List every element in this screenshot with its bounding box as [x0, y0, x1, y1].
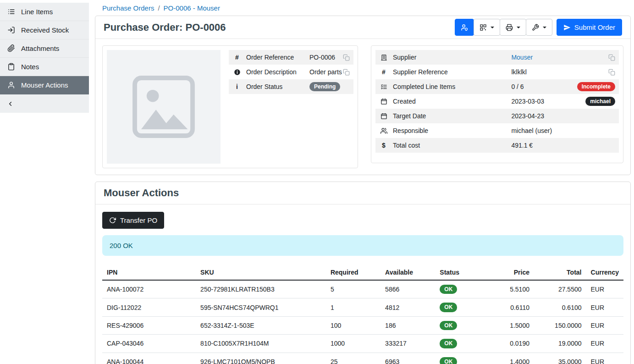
cell-price: 1.5000 — [482, 316, 534, 334]
transfer-po-button[interactable]: Transfer PO — [102, 212, 164, 229]
cell-total: 35.0000 — [534, 353, 586, 364]
detail-row-order-description: Order Description Order parts — [229, 65, 353, 79]
cell-sku: 595-SN74HCS74QPWRQ1 — [196, 298, 326, 316]
cell-status: OK — [435, 335, 482, 353]
table-row: CAP-043046 810-C1005X7R1H104M 1000 33321… — [102, 335, 623, 353]
ok-badge: OK — [440, 303, 457, 312]
submit-order-button[interactable]: Submit Order — [557, 19, 622, 36]
detail-label: Order Description — [246, 68, 309, 76]
toolbar-button-group — [455, 19, 552, 36]
detail-row-created: Created 2023-03-03 michael — [375, 94, 619, 109]
supplier-link[interactable]: Mouser — [511, 54, 533, 61]
cell-available: 4812 — [380, 298, 435, 316]
order-image-placeholder[interactable] — [107, 50, 221, 164]
cell-required: 1000 — [326, 335, 380, 353]
status-alert: 200 OK — [102, 235, 623, 256]
sidebar-item-attachments[interactable]: Attachments — [0, 39, 89, 58]
cell-sku: 810-C1005X7R1H104M — [196, 335, 326, 353]
hash-icon: # — [379, 68, 388, 76]
list-icon — [7, 8, 15, 16]
cell-sku: 250-72981KLRATR150B3 — [196, 280, 326, 298]
copy-icon[interactable] — [343, 54, 350, 61]
table-row: ANA-100044 926-LMC7101QM5/NOPB 25 6963 O… — [102, 353, 623, 364]
ok-badge: OK — [440, 321, 457, 330]
copy-icon[interactable] — [343, 69, 350, 76]
detail-row-completed-line-items: Completed Line Items 0 / 6 Incomplete — [375, 79, 619, 94]
detail-value: 491.1 € — [511, 142, 533, 149]
cell-ipn: ANA-100044 — [102, 353, 196, 364]
col-header-currency[interactable]: Currency — [586, 265, 623, 280]
col-header-available[interactable]: Available — [380, 265, 435, 280]
incomplete-badge: Incomplete — [577, 82, 615, 91]
cell-required: 5 — [326, 280, 380, 298]
refresh-icon — [109, 217, 116, 224]
detail-row-total-cost: $ Total cost 491.1 € — [375, 138, 619, 153]
table-header-row: IPN SKU Required Available Status Price … — [102, 265, 623, 280]
col-header-total[interactable]: Total — [534, 265, 586, 280]
sidebar: Line Items Received Stock Attachments No… — [0, 0, 89, 364]
list-check-icon — [379, 83, 388, 90]
table-row: RES-429006 652-3314Z-1-503E 100 186 OK 1… — [102, 316, 623, 334]
send-icon — [563, 24, 571, 31]
cell-total: 0.6100 — [534, 298, 586, 316]
user-roles-button[interactable] — [455, 19, 474, 36]
copy-icon[interactable] — [608, 69, 615, 76]
sidebar-item-mouser-actions[interactable]: Mouser Actions — [0, 76, 89, 94]
barcode-actions-button[interactable] — [474, 19, 500, 36]
qrcode-icon — [480, 24, 487, 31]
submit-order-label: Submit Order — [574, 23, 615, 31]
detail-value: PO-0006 — [309, 54, 335, 61]
detail-row-supplier: Supplier Mouser — [375, 50, 619, 65]
detail-label: Created — [393, 98, 511, 105]
purchase-order-panel: Purchase Order: PO-0006 — [95, 16, 631, 175]
cell-ipn: RES-429006 — [102, 316, 196, 334]
breadcrumb-link-purchase-orders[interactable]: Purchase Orders — [102, 4, 154, 12]
detail-value: 2023-04-23 — [511, 112, 544, 120]
copy-icon[interactable] — [608, 54, 615, 61]
detail-value: 0 / 6 — [511, 83, 524, 90]
col-header-sku[interactable]: SKU — [196, 265, 326, 280]
user-shield-icon — [461, 24, 468, 31]
breadcrumb: Purchase Orders/PO-0006 - Mouser — [95, 0, 631, 16]
cell-currency: EUR — [586, 316, 623, 334]
print-actions-button[interactable] — [500, 19, 526, 36]
sidebar-item-line-items[interactable]: Line Items — [0, 3, 89, 21]
cell-sku: 926-LMC7101QM5/NOPB — [196, 353, 326, 364]
cell-currency: EUR — [586, 280, 623, 298]
sign-in-icon — [7, 26, 15, 34]
cell-total: 27.5500 — [534, 280, 586, 298]
col-header-price[interactable]: Price — [482, 265, 534, 280]
sidebar-item-label: Notes — [21, 63, 39, 71]
building-icon — [379, 54, 388, 61]
cell-price: 1.4000 — [482, 353, 534, 364]
breadcrumb-link-po-0006[interactable]: PO-0006 - Mouser — [164, 4, 220, 12]
detail-label: Target Date — [393, 112, 511, 120]
sidebar-collapse-button[interactable] — [0, 94, 89, 113]
cell-status: OK — [435, 280, 482, 298]
ok-badge: OK — [440, 285, 457, 294]
sidebar-item-received-stock[interactable]: Received Stock — [0, 21, 89, 39]
users-icon — [379, 127, 388, 134]
table-row: ANA-100072 250-72981KLRATR150B3 5 5866 O… — [102, 280, 623, 298]
sidebar-item-label: Line Items — [21, 8, 53, 16]
chevron-left-icon — [7, 100, 14, 107]
col-header-status[interactable]: Status — [435, 265, 482, 280]
order-options-button[interactable] — [526, 19, 552, 36]
chevron-down-icon — [517, 27, 520, 28]
chevron-down-icon — [491, 27, 494, 28]
detail-label: Order Reference — [246, 54, 309, 61]
col-header-ipn[interactable]: IPN — [102, 265, 196, 280]
cell-total: 19.0000 — [534, 335, 586, 353]
image-icon — [125, 68, 202, 145]
breadcrumb-separator: / — [158, 4, 160, 12]
cell-ipn: ANA-100072 — [102, 280, 196, 298]
col-header-required[interactable]: Required — [326, 265, 380, 280]
order-details-card: # Order Reference PO-0006 Order Descript… — [102, 45, 358, 168]
detail-row-order-reference: # Order Reference PO-0006 — [229, 50, 353, 65]
sidebar-item-label: Received Stock — [21, 26, 69, 34]
sidebar-item-notes[interactable]: Notes — [0, 58, 89, 76]
sidebar-item-label: Mouser Actions — [21, 81, 68, 89]
cell-available: 6963 — [380, 353, 435, 364]
dollar-icon: $ — [379, 142, 388, 149]
cell-status: OK — [435, 298, 482, 316]
